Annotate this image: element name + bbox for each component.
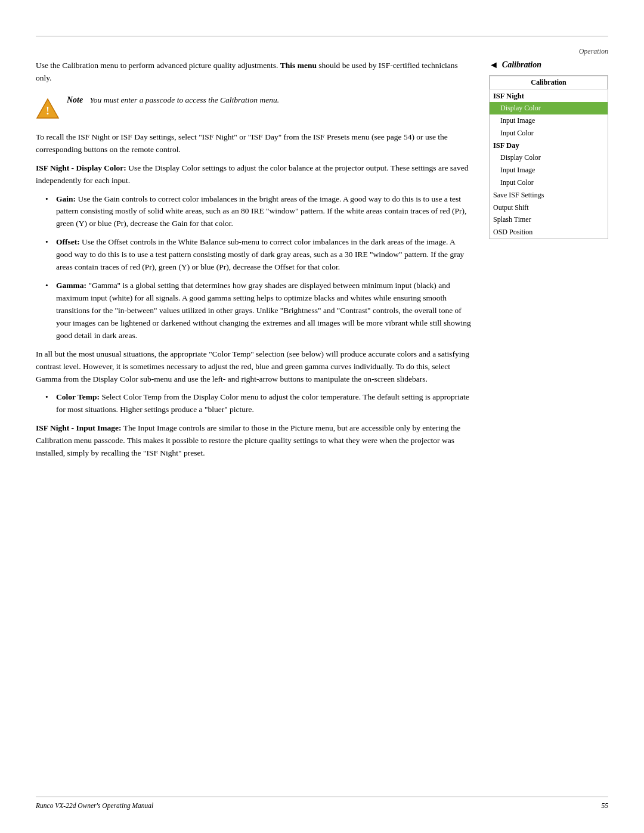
page-header: Operation <box>36 47 608 56</box>
bullet-list-2: Color Temp: Select Color Temp from the D… <box>45 391 471 416</box>
calibration-top-label: Calibration <box>502 60 541 70</box>
bullet-offset-label: Offset: <box>56 237 80 246</box>
intro-bold: This menu <box>280 61 317 70</box>
note-box: ! Note You must enter a passcode to acce… <box>36 95 471 120</box>
bullet-gamma-text: "Gamma" is a global setting that determi… <box>56 281 471 340</box>
sidebar-item-splash-timer[interactable]: Splash Timer <box>490 213 608 226</box>
bullet-colortemp-text: Select Color Temp from the Display Color… <box>56 392 469 414</box>
left-arrow-icon: ◄ <box>489 60 499 70</box>
bullet-list: Gain: Use the Gain controls to correct c… <box>45 193 471 342</box>
svg-text:!: ! <box>46 105 49 117</box>
bullet-colortemp: Color Temp: Select Color Temp from the D… <box>45 391 471 416</box>
sidebar-item-save-isf[interactable]: Save ISF Settings <box>490 189 608 202</box>
isf-night-input-image-heading: ISF Night - Input Image: The Input Image… <box>36 422 471 460</box>
bullet-gain-text: Use the Gain controls to correct color i… <box>56 194 466 228</box>
bullet-gain-label: Gain: <box>56 194 76 203</box>
bullet-gamma-label: Gamma: <box>56 281 86 290</box>
note-text: You must enter a passcode to access the … <box>90 95 279 104</box>
page-footer: Runco VX-22d Owner's Operating Manual 55 <box>36 797 608 809</box>
section-label: Operation <box>579 47 608 55</box>
middle-paragraph: In all but the most unusual situations, … <box>36 348 471 386</box>
sidebar-item-output-shift[interactable]: Output Shift <box>490 202 608 214</box>
top-rule <box>36 36 608 36</box>
bullet-colortemp-label: Color Temp: <box>56 392 100 401</box>
main-content: Use the Calibration menu to perform adva… <box>36 60 471 466</box>
sidebar-item-input-image-day[interactable]: Input Image <box>490 164 608 176</box>
bullet-offset-text: Use the Offset controls in the White Bal… <box>56 237 464 271</box>
warning-icon: ! <box>36 97 60 120</box>
recall-paragraph: To recall the ISF Night or ISF Day setti… <box>36 131 471 156</box>
sidebar-item-display-color-night[interactable]: Display Color <box>490 102 608 114</box>
isf-night-input-bold: ISF Night - Input Image: <box>36 423 122 432</box>
footer-left: Runco VX-22d Owner's Operating Manual <box>36 802 153 809</box>
sidebar-item-input-color-night[interactable]: Input Color <box>490 127 608 140</box>
sidebar-menu-box: Calibration ISF Night Display Color Inpu… <box>489 75 608 239</box>
sidebar-menu-title: Calibration <box>490 76 608 89</box>
sidebar-isf-day-header: ISF Day <box>490 140 608 151</box>
footer-page-number: 55 <box>602 802 609 809</box>
sidebar-top-label: ◄ Calibration <box>489 60 608 70</box>
isf-night-display-bold: ISF Night - Display Color: <box>36 163 126 172</box>
bullet-gain: Gain: Use the Gain controls to correct c… <box>45 193 471 231</box>
content-area: Use the Calibration menu to perform adva… <box>36 60 608 466</box>
note-label: Note <box>67 95 83 104</box>
isf-night-display-color-heading: ISF Night - Display Color: Use the Displ… <box>36 162 471 187</box>
sidebar: ◄ Calibration Calibration ISF Night Disp… <box>489 60 608 466</box>
intro-text-1: Use the Calibration menu to perform adva… <box>36 61 280 70</box>
sidebar-item-osd-position[interactable]: OSD Position <box>490 226 608 239</box>
sidebar-item-input-color-day[interactable]: Input Color <box>490 176 608 189</box>
sidebar-isf-night-header: ISF Night <box>490 91 608 102</box>
page: Operation Use the Calibration menu to pe… <box>0 0 644 833</box>
bullet-offset: Offset: Use the Offset controls in the W… <box>45 236 471 274</box>
sidebar-item-display-color-day[interactable]: Display Color <box>490 151 608 164</box>
intro-paragraph: Use the Calibration menu to perform adva… <box>36 60 471 85</box>
bullet-gamma: Gamma: "Gamma" is a global setting that … <box>45 280 471 342</box>
sidebar-item-input-image-night[interactable]: Input Image <box>490 114 608 127</box>
note-content: Note You must enter a passcode to access… <box>67 95 279 105</box>
